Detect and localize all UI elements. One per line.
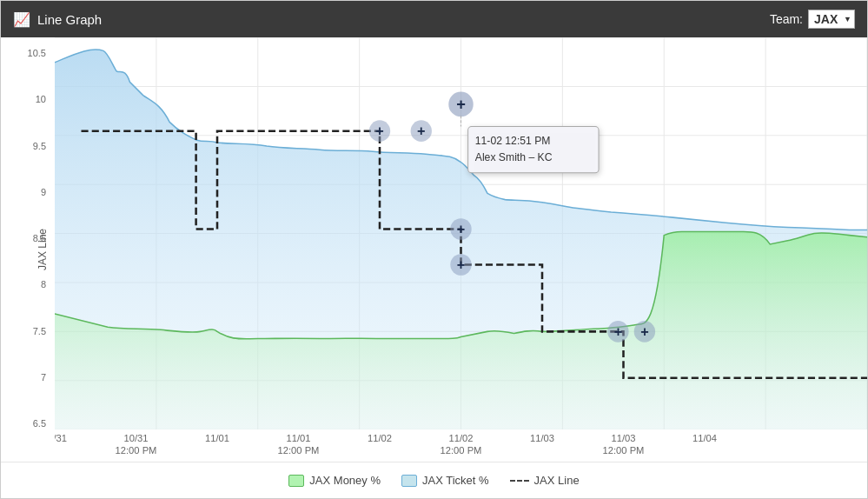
- y-tick-10: 10: [36, 94, 51, 104]
- chart-title-text: Line Graph: [37, 12, 102, 27]
- team-dropdown-wrapper[interactable]: JAX: [808, 10, 855, 29]
- y-tick-9-5: 9.5: [33, 141, 51, 151]
- x-tick-1031-noon: 10/31: [124, 433, 149, 443]
- x-tick-1104: 11/04: [692, 433, 717, 443]
- svg-text:+: +: [457, 256, 466, 272]
- x-tick-1103: 11/03: [530, 433, 554, 443]
- y-axis-label: JAX Line: [36, 197, 49, 302]
- legend-ticket-label: JAX Ticket %: [422, 474, 489, 487]
- x-tick-1031: 10/31: [55, 433, 67, 443]
- y-tick-7-5: 7.5: [33, 326, 51, 336]
- legend-green-swatch: [288, 475, 304, 487]
- chart-body: 10.5 10 9.5 9 8.5 8 7.5 7 6.5 JAX Line: [1, 37, 867, 462]
- x-tick-1101-noon: 11/01: [287, 433, 311, 443]
- y-tick-7: 7: [41, 372, 51, 383]
- y-axis: 10.5 10 9.5 9 8.5 8 7.5 7 6.5 JAX Line: [1, 37, 55, 462]
- legend-item-line: JAX Line: [510, 474, 580, 487]
- svg-text:12:00 PM: 12:00 PM: [278, 445, 320, 456]
- svg-container: + + + + + + +: [55, 37, 867, 429]
- line-graph-icon: 📈: [13, 11, 30, 28]
- svg-text:+: +: [375, 123, 384, 138]
- svg-text:+: +: [640, 323, 649, 338]
- legend-dash-swatch: [510, 480, 529, 482]
- svg-text:12:00 PM: 12:00 PM: [116, 445, 157, 456]
- svg-text:12:00 PM: 12:00 PM: [441, 445, 482, 456]
- svg-text:+: +: [456, 95, 466, 113]
- legend: JAX Money % JAX Ticket % JAX Line: [1, 462, 867, 498]
- chart-header: 📈 Line Graph Team: JAX: [1, 1, 867, 37]
- legend-item-money: JAX Money %: [288, 474, 381, 487]
- legend-blue-swatch: [401, 475, 417, 487]
- svg-text:+: +: [614, 323, 623, 338]
- legend-item-ticket: JAX Ticket %: [401, 474, 489, 487]
- tooltip-rect: [468, 127, 599, 173]
- team-dropdown[interactable]: JAX: [808, 10, 855, 29]
- x-tick-1101: 11/01: [205, 433, 229, 443]
- x-tick-1103-noon: 11/03: [612, 433, 636, 443]
- y-tick-10-5: 10.5: [28, 48, 51, 58]
- x-axis: 10/31 10/31 12:00 PM 11/01 11/01 12:00 P…: [55, 429, 867, 462]
- x-tick-1102: 11/02: [368, 433, 392, 443]
- chart-title: 📈 Line Graph: [13, 11, 102, 28]
- y-tick-6-5: 6.5: [33, 418, 51, 429]
- svg-text:+: +: [417, 123, 426, 138]
- svg-text:+: +: [457, 221, 466, 236]
- svg-text:12:00 PM: 12:00 PM: [603, 445, 645, 456]
- chart-container: 📈 Line Graph Team: JAX 10.5 10 9.5 9 8.5…: [0, 0, 868, 499]
- team-selector: Team: JAX: [770, 10, 855, 29]
- tooltip-player: Alex Smith – KC: [475, 150, 553, 163]
- chart-svg: + + + + + + +: [55, 37, 867, 429]
- x-axis-svg: 10/31 10/31 12:00 PM 11/01 11/01 12:00 P…: [55, 429, 867, 462]
- x-tick-1102-noon: 11/02: [449, 433, 474, 443]
- tooltip-date: 11-02 12:51 PM: [475, 135, 551, 147]
- legend-line-label: JAX Line: [534, 474, 580, 487]
- team-label: Team:: [770, 12, 803, 26]
- legend-money-label: JAX Money %: [309, 474, 381, 487]
- y-tick-9: 9: [41, 187, 51, 197]
- chart-plot-area: + + + + + + +: [55, 37, 867, 462]
